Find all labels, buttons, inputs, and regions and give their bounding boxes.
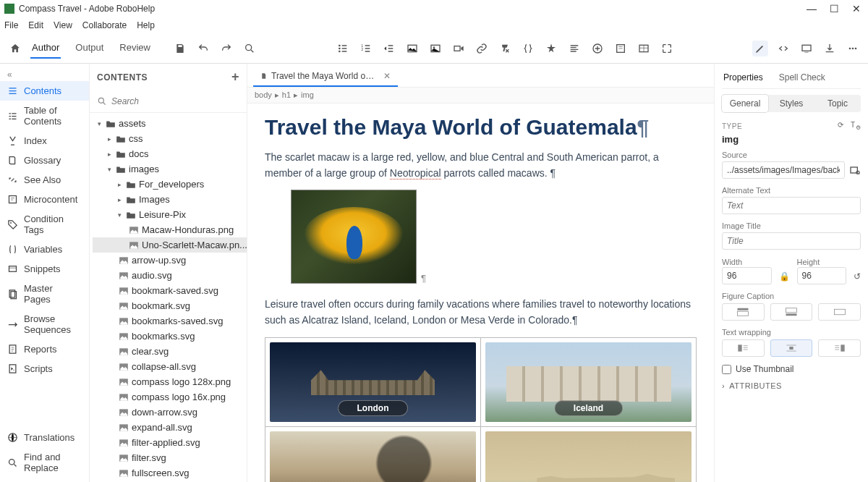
menu-view[interactable]: View bbox=[54, 20, 72, 30]
add-icon[interactable] bbox=[590, 41, 605, 56]
subtab-styles[interactable]: Styles bbox=[768, 95, 814, 112]
redo-icon[interactable] bbox=[218, 41, 234, 56]
add-content-icon[interactable]: + bbox=[231, 69, 239, 85]
figcap-bottom-button[interactable] bbox=[770, 303, 813, 321]
wrap-center-button[interactable] bbox=[770, 339, 813, 357]
tree-folder-docs[interactable]: ▸docs bbox=[93, 146, 247, 161]
lock-aspect-icon[interactable]: 🔒 bbox=[779, 271, 790, 282]
menu-edit[interactable]: Edit bbox=[28, 20, 43, 30]
panel-tab-properties[interactable]: Properties bbox=[722, 69, 765, 88]
type-settings-icon[interactable]: T⚙ bbox=[851, 121, 861, 129]
sidebar-item-toc[interactable]: Table of Contents bbox=[0, 101, 89, 131]
save-icon[interactable] bbox=[172, 41, 188, 56]
page-title[interactable]: Travel the Maya World of Guatemala¶ bbox=[265, 115, 697, 140]
window-close-icon[interactable]: ✕ bbox=[852, 3, 861, 14]
sidebar-item-seealso[interactable]: See Also bbox=[0, 170, 89, 190]
pencil-icon[interactable] bbox=[752, 41, 768, 56]
contents-search-input[interactable] bbox=[111, 93, 239, 109]
subtab-topic[interactable]: Topic bbox=[814, 95, 861, 112]
tree-file[interactable]: Macaw-Honduras.png bbox=[93, 222, 247, 237]
export-icon[interactable] bbox=[822, 41, 838, 56]
panel-tab-spellcheck[interactable]: Spell Check bbox=[778, 69, 827, 88]
tree-file[interactable]: arrow-up.svg bbox=[93, 253, 247, 268]
figcap-top-button[interactable] bbox=[722, 303, 765, 321]
tab-output[interactable]: Output bbox=[74, 38, 105, 59]
clear-format-icon[interactable] bbox=[497, 41, 513, 56]
numbering-icon[interactable]: 12 bbox=[358, 41, 374, 56]
home-icon[interactable] bbox=[7, 41, 23, 56]
tree-file[interactable]: bookmark-saved.svg bbox=[93, 283, 247, 298]
paragraph[interactable]: The scarlet macaw is a large red, yellow… bbox=[265, 150, 697, 181]
use-thumbnail-checkbox[interactable] bbox=[722, 365, 731, 374]
tree-file-selected[interactable]: Uno-Scarlett-Macaw.pn...••• bbox=[93, 237, 247, 253]
star-icon[interactable] bbox=[543, 41, 559, 56]
frame-icon[interactable] bbox=[659, 41, 675, 56]
reset-size-icon[interactable]: ↺ bbox=[854, 271, 861, 282]
source-input[interactable] bbox=[722, 161, 845, 179]
outdent-icon[interactable] bbox=[381, 41, 397, 56]
paragraph[interactable]: Leisure travel often occurs during famil… bbox=[265, 297, 697, 328]
sidebar-item-variables[interactable]: Variables bbox=[0, 240, 89, 259]
insert-image-placeholder-icon[interactable] bbox=[404, 41, 420, 56]
sidebar-item-index[interactable]: Index bbox=[0, 131, 89, 151]
close-tab-icon[interactable]: ✕ bbox=[383, 71, 391, 81]
menu-file[interactable]: File bbox=[4, 20, 18, 30]
menu-collaborate[interactable]: Collaborate bbox=[82, 20, 127, 30]
preview-icon[interactable] bbox=[799, 41, 814, 56]
tree-file[interactable]: fullscreen.svg bbox=[93, 465, 247, 481]
tree-folder-for-developers[interactable]: ▸For_developers bbox=[93, 177, 247, 192]
card-london[interactable]: London bbox=[270, 342, 476, 422]
tree-file[interactable]: bookmark.svg bbox=[93, 298, 247, 313]
sidebar-item-translations[interactable]: Translations bbox=[0, 428, 89, 447]
tree-folder-images-sub[interactable]: ▸Images bbox=[93, 192, 247, 207]
document-editor[interactable]: Travel the Maya World of Guatemala¶ The … bbox=[247, 103, 714, 482]
sidebar-item-snippets[interactable]: Snippets bbox=[0, 259, 89, 279]
sidebar-item-reports[interactable]: Reports bbox=[0, 339, 89, 359]
window-minimize-icon[interactable]: — bbox=[807, 3, 817, 14]
card-mesa-verde[interactable]: Mesa Verde bbox=[270, 431, 476, 482]
subtab-general[interactable]: General bbox=[722, 95, 768, 112]
tree-folder-css[interactable]: ▸css bbox=[93, 131, 247, 146]
tab-review[interactable]: Review bbox=[118, 38, 152, 59]
video-icon[interactable] bbox=[451, 41, 467, 56]
hero-image[interactable] bbox=[291, 190, 417, 284]
tree-file[interactable]: collapse-all.svg bbox=[93, 359, 247, 374]
window-maximize-icon[interactable]: ☐ bbox=[830, 3, 839, 14]
refresh-icon[interactable]: ⟳ bbox=[838, 121, 844, 129]
tree-file[interactable]: bookmarks.svg bbox=[93, 329, 247, 344]
tree-file[interactable]: filter.svg bbox=[93, 450, 247, 465]
title-input[interactable] bbox=[722, 232, 861, 250]
alt-input[interactable] bbox=[722, 197, 861, 214]
tree-folder-assets[interactable]: ▾assets bbox=[93, 116, 247, 131]
sidebar-item-master-pages[interactable]: Master Pages bbox=[0, 279, 89, 309]
tab-author[interactable]: Author bbox=[30, 38, 61, 59]
snippet-icon[interactable] bbox=[613, 41, 629, 56]
attributes-section[interactable]: › ATTRIBUTES bbox=[722, 381, 861, 390]
card-iceland[interactable]: Iceland bbox=[485, 342, 692, 422]
sidebar-item-scripts[interactable]: Scripts bbox=[0, 359, 89, 379]
braces-icon[interactable] bbox=[520, 41, 536, 56]
tree-file[interactable]: clear.svg bbox=[93, 344, 247, 359]
wrap-left-button[interactable] bbox=[722, 339, 765, 357]
sidebar-item-browse-seq[interactable]: Browse Sequences bbox=[0, 309, 89, 339]
wrap-right-button[interactable] bbox=[818, 339, 861, 357]
sidebar-item-contents[interactable]: Contents bbox=[0, 81, 89, 101]
image-icon[interactable] bbox=[427, 41, 443, 56]
collapse-leftnav-icon[interactable]: « bbox=[0, 68, 89, 81]
undo-icon[interactable] bbox=[195, 41, 211, 56]
tree-file[interactable]: audio.svg bbox=[93, 268, 247, 283]
editor-tab[interactable]: Travel the Maya World of Guatem... ✕ bbox=[253, 67, 398, 87]
tree-folder-images[interactable]: ▾images bbox=[93, 161, 247, 177]
tree-file[interactable]: bookmarks-saved.svg bbox=[93, 313, 247, 329]
find-icon[interactable] bbox=[242, 41, 258, 56]
tree-file[interactable]: filter-applied.svg bbox=[93, 435, 247, 450]
sidebar-item-find-replace[interactable]: Find and Replace bbox=[0, 447, 89, 478]
figcap-none-button[interactable] bbox=[818, 303, 861, 321]
tree-file[interactable]: down-arrow.svg bbox=[93, 405, 247, 420]
table-icon[interactable] bbox=[636, 41, 652, 56]
width-input[interactable] bbox=[722, 267, 772, 284]
sidebar-item-glossary[interactable]: Glossary bbox=[0, 151, 89, 170]
bullets-icon[interactable] bbox=[335, 41, 351, 56]
align-icon[interactable] bbox=[566, 41, 582, 56]
tree-file[interactable]: compass logo 128x.png bbox=[93, 374, 247, 389]
